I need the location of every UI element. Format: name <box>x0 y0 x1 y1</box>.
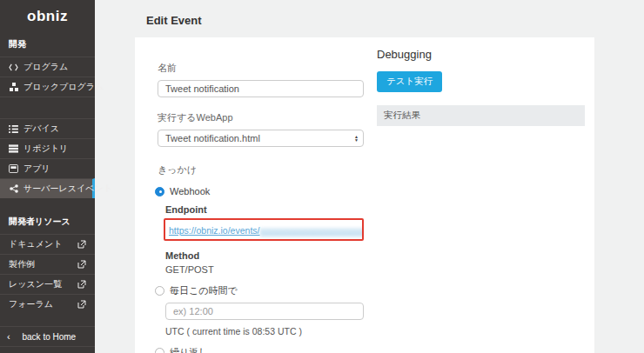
sidebar-section-development: 開発 <box>0 33 95 57</box>
sidebar-item-forum[interactable]: フォーラム <box>0 294 95 314</box>
endpoint-url-link[interactable]: https://obniz.io/events/xxxxxxxxxxxxxxxx… <box>169 225 364 236</box>
test-run-button[interactable]: テスト実行 <box>377 71 442 92</box>
sidebar-item-block-program[interactable]: ブロックプログラム <box>0 77 95 97</box>
sidebar-item-label: レッスン一覧 <box>9 278 62 290</box>
sidebar-item-program[interactable]: プログラム <box>0 57 95 77</box>
utc-note: UTC ( current time is 08:53 UTC ) <box>165 326 364 336</box>
daily-time-radio[interactable] <box>155 286 164 296</box>
logo-row[interactable]: obniz <box>0 0 95 33</box>
sidebar-item-label: ブロックプログラム <box>23 81 104 93</box>
sidebar-item-serverless-event[interactable]: サーバーレスイベント <box>0 178 95 198</box>
device-list-icon <box>9 124 18 134</box>
daily-time-radio-label: 毎日この時間で <box>170 284 238 297</box>
blocks-icon <box>9 83 18 92</box>
sidebar-item-document[interactable]: ドキュメント <box>0 234 95 254</box>
repeat-radio[interactable] <box>155 348 164 353</box>
sidebar-item-label: リポジトリ <box>23 143 68 155</box>
select-stepper-icon: ▲▼ <box>354 135 359 142</box>
external-link-icon <box>77 260 86 270</box>
main-content: Edit Event 名前 実行するWebApp Tweet notificat… <box>95 0 644 353</box>
sidebar-spacer <box>0 97 95 118</box>
obniz-logo: obniz <box>27 8 68 25</box>
result-header: 実行結果 <box>377 105 585 126</box>
event-form: 名前 実行するWebApp Tweet notification.html ▲▼… <box>158 62 364 353</box>
sidebar-item-app[interactable]: アプリ <box>0 158 95 178</box>
sidebar-item-label: ドキュメント <box>9 238 62 250</box>
webhook-details: Endpoint https://obniz.io/events/xxxxxxx… <box>165 204 364 275</box>
name-input[interactable] <box>158 80 364 97</box>
sidebar-item-label: 製作例 <box>9 258 35 270</box>
debugging-panel: Debugging テスト実行 実行結果 <box>377 44 585 353</box>
sidebar-item-label: デバイス <box>23 123 59 135</box>
sidebar-item-lessons[interactable]: レッスン一覧 <box>0 274 95 294</box>
sidebar-item-repository[interactable]: リポジトリ <box>0 138 95 158</box>
method-value: GET/POST <box>165 264 364 275</box>
edit-event-card: 名前 実行するWebApp Tweet notification.html ▲▼… <box>135 37 594 353</box>
sidebar-item-label: フォーラム <box>9 298 53 310</box>
sidebar: obniz 開発 プログラム ブロックプログラム デバイス リポジトリ アプリ <box>0 0 95 353</box>
webhook-radio[interactable] <box>155 187 164 196</box>
page-title: Edit Event <box>95 0 644 37</box>
webapp-select[interactable]: Tweet notification.html ▲▼ <box>158 130 364 147</box>
code-icon <box>9 63 18 72</box>
repository-icon <box>9 144 18 154</box>
repeat-radio-row[interactable]: 繰り返し <box>155 346 364 353</box>
app-icon <box>9 164 18 174</box>
debugging-title: Debugging <box>377 48 585 61</box>
daily-time-details: UTC ( current time is 08:53 UTC ) <box>165 303 364 336</box>
sidebar-item-label: アプリ <box>23 163 50 175</box>
sidebar-item-label: プログラム <box>23 61 68 73</box>
external-link-icon <box>77 240 86 250</box>
back-to-home-button[interactable]: ‹ back to Home <box>0 326 95 347</box>
webhook-radio-row[interactable]: Webhook <box>155 186 364 196</box>
daily-time-radio-row[interactable]: 毎日この時間で <box>155 284 364 297</box>
name-label: 名前 <box>158 62 364 75</box>
endpoint-label: Endpoint <box>165 204 364 215</box>
endpoint-highlight-box: https://obniz.io/events/xxxxxxxxxxxxxxxx… <box>164 218 364 241</box>
repeat-radio-label: 繰り返し <box>170 346 209 353</box>
trigger-label: きっかけ <box>158 163 364 176</box>
serverless-icon <box>9 184 18 194</box>
external-link-icon <box>77 280 86 290</box>
back-to-home-label: back to Home <box>10 332 88 342</box>
webapp-label: 実行するWebApp <box>158 111 364 124</box>
endpoint-masked-token: xxxxxxxxxxxxxxxxxxxxxxxxxxxxxx <box>259 225 364 236</box>
webapp-select-value: Tweet notification.html <box>165 133 354 143</box>
sidebar-section-resources: 開発者リソース <box>0 210 95 234</box>
webhook-radio-label: Webhook <box>170 186 210 196</box>
sidebar-item-examples[interactable]: 製作例 <box>0 254 95 274</box>
method-label: Method <box>165 250 364 261</box>
daily-time-input[interactable] <box>165 303 364 320</box>
sidebar-item-device[interactable]: デバイス <box>0 118 95 138</box>
external-link-icon <box>77 300 86 310</box>
